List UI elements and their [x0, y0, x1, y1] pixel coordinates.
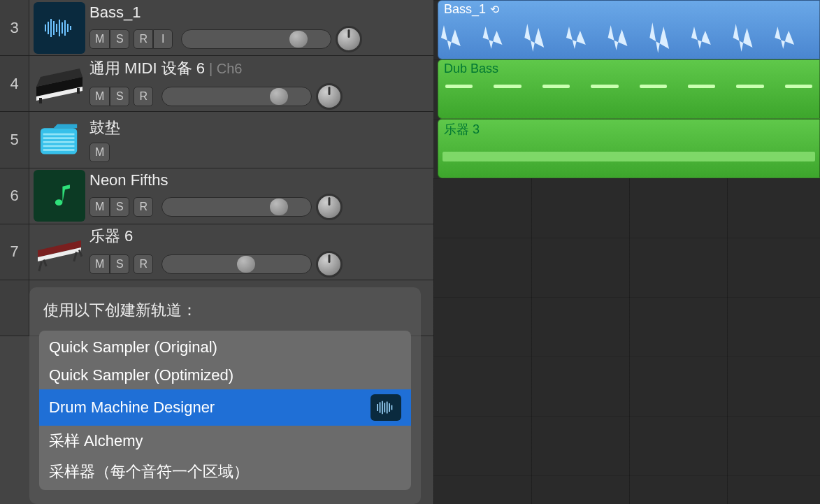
- option-sample-alchemy[interactable]: 采样 Alchemy: [39, 426, 411, 456]
- volume-thumb[interactable]: [270, 199, 288, 215]
- option-drum-machine-designer[interactable]: Drum Machine Designer: [39, 389, 411, 426]
- solo-button[interactable]: S: [110, 197, 129, 217]
- volume-thumb[interactable]: [270, 88, 288, 105]
- svg-rect-28: [43, 141, 75, 143]
- pan-knob[interactable]: [316, 83, 343, 110]
- mute-button[interactable]: M: [89, 29, 110, 49]
- region-title: 乐器 3: [444, 121, 480, 138]
- track-body: 通用 MIDI 设备 6 | Ch6 M S R: [89, 58, 433, 110]
- svg-rect-33: [38, 261, 43, 271]
- track-body: 鼓垫 M: [89, 117, 433, 162]
- svg-rect-26: [43, 134, 75, 136]
- track-name[interactable]: Neon Fifths: [89, 171, 168, 189]
- drop-panel-options: Quick Sampler (Original) Quick Sampler (…: [39, 331, 411, 490]
- svg-rect-23: [39, 98, 42, 103]
- volume-thumb[interactable]: [289, 31, 308, 48]
- mute-button[interactable]: M: [89, 143, 110, 162]
- track-name[interactable]: 乐器 6: [89, 226, 133, 247]
- region-title: Dub Bass: [444, 62, 498, 76]
- track-number[interactable]: 3: [0, 0, 29, 55]
- track-name[interactable]: Bass_1: [89, 3, 141, 22]
- track-channel-label: | Ch6: [209, 61, 242, 77]
- option-quick-sampler-original[interactable]: Quick Sampler (Original): [39, 333, 411, 361]
- track-number[interactable]: 7: [0, 224, 29, 280]
- waveform-display: [441, 18, 817, 57]
- mute-button[interactable]: M: [89, 254, 110, 274]
- pan-knob[interactable]: [336, 26, 362, 52]
- svg-rect-35: [43, 259, 47, 266]
- track-name[interactable]: 通用 MIDI 设备 6: [89, 58, 205, 79]
- input-monitor-button[interactable]: I: [153, 29, 173, 49]
- volume-thumb[interactable]: [237, 256, 255, 273]
- region-title: Bass_1: [444, 2, 486, 17]
- music-note-icon[interactable]: [34, 170, 85, 222]
- volume-slider[interactable]: [161, 197, 312, 217]
- track-header-pane: 3 Bass_1 M S R I: [0, 0, 433, 504]
- option-label: Quick Sampler (Original): [49, 338, 217, 357]
- waveform-icon[interactable]: [34, 2, 85, 54]
- option-sampler-zone-per-note[interactable]: 采样器（每个音符一个区域）: [39, 456, 411, 487]
- mute-button[interactable]: M: [89, 87, 110, 106]
- svg-rect-29: [43, 145, 75, 147]
- record-button[interactable]: R: [134, 87, 153, 106]
- option-label: 采样器（每个音符一个区域）: [49, 461, 249, 482]
- solo-button[interactable]: S: [110, 87, 129, 106]
- daw-window: 3 Bass_1 M S R I: [0, 0, 820, 504]
- track-body: Bass_1 M S R I: [89, 3, 433, 52]
- midi-notes-display: [438, 78, 819, 95]
- track-row[interactable]: 3 Bass_1 M S R I: [0, 0, 433, 56]
- folder-stack-icon[interactable]: [34, 114, 85, 166]
- track-row[interactable]: 6 Neon Fifths M S R: [0, 168, 433, 224]
- volume-slider[interactable]: [181, 29, 331, 49]
- piano-icon[interactable]: [34, 58, 85, 110]
- midi-region[interactable]: 乐器 3: [438, 119, 820, 178]
- drop-panel-title: 使用以下创建新轨道：: [43, 300, 411, 321]
- pan-knob[interactable]: [316, 251, 343, 278]
- track-body: Neon Fifths M S R: [89, 171, 433, 220]
- option-label: Quick Sampler (Optimized): [49, 366, 233, 384]
- track-name[interactable]: 鼓垫: [89, 117, 120, 138]
- record-button[interactable]: R: [134, 197, 153, 217]
- track-row[interactable]: 5 鼓垫 M: [0, 112, 433, 168]
- track-row[interactable]: 4 通用 MIDI 设备 6 | Ch6 M S: [0, 56, 433, 112]
- track-number[interactable]: 6: [0, 168, 29, 224]
- solo-button[interactable]: S: [110, 254, 129, 274]
- midi-notes-display: [443, 152, 815, 161]
- volume-slider[interactable]: [161, 87, 312, 106]
- option-label: Drum Machine Designer: [49, 398, 215, 417]
- pan-knob[interactable]: [316, 194, 343, 220]
- create-track-drop-panel: 使用以下创建新轨道： Quick Sampler (Original) Quic…: [29, 287, 421, 504]
- audio-region[interactable]: Bass_1 ⟲: [438, 0, 820, 59]
- svg-rect-36: [78, 250, 82, 257]
- waveform-icon[interactable]: [371, 394, 401, 421]
- track-number[interactable]: 5: [0, 112, 29, 167]
- volume-slider[interactable]: [161, 254, 312, 274]
- option-label: 采样 Alchemy: [49, 431, 143, 452]
- solo-button[interactable]: S: [110, 29, 129, 49]
- loop-icon: ⟲: [490, 3, 499, 16]
- track-number-empty: [0, 280, 29, 336]
- midi-region[interactable]: Dub Bass: [438, 59, 820, 119]
- option-quick-sampler-optimized[interactable]: Quick Sampler (Optimized): [39, 361, 411, 389]
- svg-rect-30: [43, 149, 75, 151]
- track-row[interactable]: 7 乐器 6 M S: [0, 224, 433, 280]
- svg-rect-24: [77, 88, 80, 94]
- record-button[interactable]: R: [134, 29, 153, 49]
- svg-rect-27: [43, 137, 75, 139]
- record-button[interactable]: R: [134, 254, 153, 274]
- track-body: 乐器 6 M S R: [89, 226, 433, 278]
- track-number[interactable]: 4: [0, 56, 29, 111]
- mute-button[interactable]: M: [89, 197, 110, 217]
- arrange-area[interactable]: Bass_1 ⟲: [433, 0, 820, 504]
- keyboard-instrument-icon[interactable]: [34, 226, 85, 278]
